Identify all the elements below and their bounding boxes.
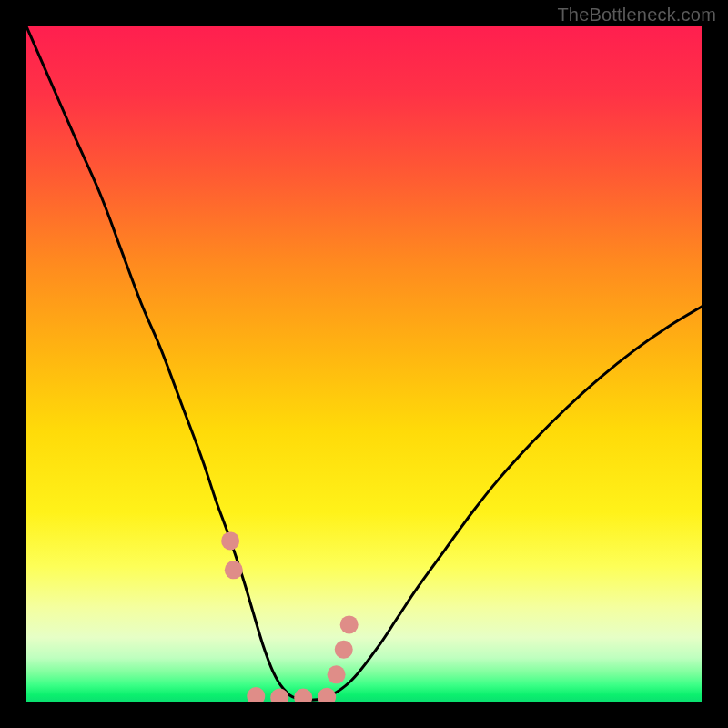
watermark-text: TheBottleneck.com (557, 5, 716, 25)
marker-dot (221, 531, 239, 550)
marker-dot (294, 689, 312, 702)
marker-dot (247, 687, 265, 702)
marker-dot (328, 665, 346, 683)
plot-area (26, 26, 702, 702)
marker-dot (335, 641, 353, 659)
curve-layer (26, 26, 702, 702)
marker-dots (221, 531, 359, 702)
marker-dot (225, 561, 243, 579)
chart-frame: TheBottleneck.com (0, 0, 728, 728)
bottleneck-curve (26, 26, 702, 700)
marker-dot (340, 615, 359, 633)
marker-dot (318, 688, 336, 702)
